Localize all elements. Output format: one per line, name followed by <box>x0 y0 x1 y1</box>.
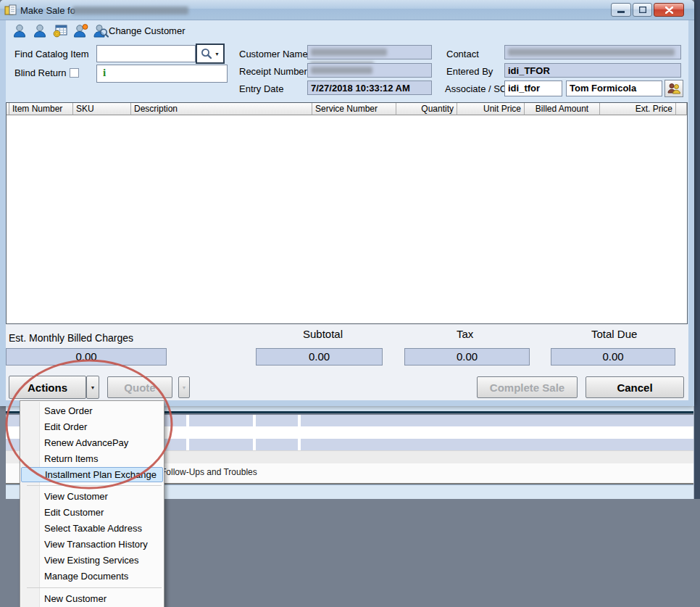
total-due-label: Total Due <box>591 328 637 340</box>
col-item-number[interactable]: Item Number <box>9 103 73 115</box>
col-description[interactable]: Description <box>131 103 312 115</box>
actions-dropdown-button[interactable]: ▼ <box>86 376 99 399</box>
entry-date-label: Entry Date <box>239 83 283 94</box>
col-sku[interactable]: SKU <box>73 103 131 115</box>
quote-dropdown-button[interactable]: ▼ <box>178 376 190 398</box>
background-window-edge <box>694 0 700 499</box>
menu-item-view-transaction-history[interactable]: View Transaction History <box>21 537 163 553</box>
blind-return-input[interactable]: i <box>96 65 228 83</box>
background-column-gap <box>186 415 189 450</box>
receipt-number-label: Receipt Number <box>239 66 307 77</box>
customer-icon[interactable] <box>12 22 28 38</box>
menu-item-edit-customer[interactable]: Edit Customer <box>21 505 163 521</box>
table-header-row: Item Number SKU Description Service Numb… <box>7 103 687 115</box>
billing-grid-icon[interactable] <box>52 22 68 38</box>
est-monthly-label: Est. Monthly Billed Charges <box>9 332 133 344</box>
catalog-search-button[interactable]: ▼ <box>196 44 225 64</box>
menu-item-renew-advancepay[interactable]: Renew AdvancePay <box>21 435 163 451</box>
tax-field: 0.00 <box>404 348 530 366</box>
est-monthly-field: 0.00 <box>6 348 167 366</box>
tax-label: Tax <box>457 328 473 340</box>
redacted-contact-value <box>508 49 675 56</box>
close-button[interactable] <box>654 3 684 17</box>
associate-name-input[interactable]: Tom Formicola <box>566 80 662 96</box>
actions-menu: Save Order Edit Order Renew AdvancePay R… <box>20 400 164 607</box>
menu-item-installment-plan-exchange[interactable]: Installment Plan Exchange <box>21 467 163 482</box>
entered-by-field: idi_TFOR <box>504 63 681 78</box>
col-quantity[interactable]: Quantity <box>396 103 457 115</box>
contact-label: Contact <box>446 49 479 59</box>
minimize-icon <box>617 7 625 13</box>
cancel-button[interactable]: Cancel <box>586 376 684 398</box>
associate-lookup-button[interactable] <box>664 80 683 97</box>
chevron-down-icon: ▼ <box>182 385 187 390</box>
customer-name-label: Customer Name <box>239 49 308 59</box>
menu-item-manage-documents[interactable]: Manage Documents <box>21 569 163 585</box>
contact-field <box>504 45 681 59</box>
screen: Follow-Ups and Troubles Make Sale fo <box>0 0 700 607</box>
minimize-button[interactable] <box>611 3 631 17</box>
change-customer-label[interactable]: Change Customer <box>109 25 186 36</box>
menu-item-return-items[interactable]: Return Items <box>21 451 163 467</box>
menu-item-select-taxable-address[interactable]: Select Taxable Address <box>21 521 163 537</box>
customer-icon[interactable] <box>32 22 48 38</box>
customer-search-icon[interactable] <box>93 22 109 38</box>
search-dropdown-caret-icon[interactable]: ▼ <box>214 51 220 57</box>
info-icon: i <box>97 65 106 79</box>
menu-separator <box>27 485 162 486</box>
menu-item-view-existing-services[interactable]: View Existing Services <box>21 553 163 569</box>
find-catalog-item-input[interactable] <box>96 45 196 62</box>
col-service-number[interactable]: Service Number <box>312 103 396 115</box>
redacted-receipt-number-value <box>311 67 372 74</box>
menu-separator <box>27 587 162 588</box>
blind-return-checkbox[interactable] <box>70 68 79 78</box>
col-ext-price[interactable]: Ext. Price <box>600 103 676 115</box>
subtotal-label: Subtotal <box>303 328 343 340</box>
toolbar: Change Customer <box>6 20 688 41</box>
maximize-button[interactable] <box>633 3 652 17</box>
titlebar[interactable]: Make Sale fo <box>0 0 694 20</box>
complete-sale-button[interactable]: Complete Sale <box>477 376 578 398</box>
col-filler <box>676 103 687 115</box>
associate-sc-label: Associate / SC <box>445 83 507 94</box>
col-billed-amount[interactable]: Billed Amount <box>525 103 600 115</box>
followups-and-troubles-label: Follow-Ups and Troubles <box>161 467 257 477</box>
close-icon <box>665 7 673 14</box>
receipt-number-field <box>307 63 432 78</box>
menu-item-save-order[interactable]: Save Order <box>21 403 163 419</box>
menu-item-new-customer[interactable]: New Customer <box>21 591 163 607</box>
redacted-customer-name <box>72 7 188 15</box>
actions-button[interactable]: Actions <box>9 376 86 399</box>
blind-return-label: Blind Return <box>14 67 67 78</box>
window-title: Make Sale fo <box>20 5 75 16</box>
background-column-gap <box>253 415 256 450</box>
col-unit-price[interactable]: Unit Price <box>457 103 525 115</box>
associate-id-input[interactable]: idi_tfor <box>504 80 562 96</box>
make-sale-dialog: Make Sale fo <box>0 0 694 406</box>
redacted-customer-name-value <box>311 49 387 56</box>
menu-item-view-customer[interactable]: View Customer <box>21 489 163 505</box>
customer-name-field <box>307 45 432 59</box>
new-customer-badge-icon[interactable] <box>72 22 88 38</box>
subtotal-field: 0.00 <box>256 348 383 366</box>
menu-item-edit-order[interactable]: Edit Order <box>21 419 163 435</box>
entry-date-field: 7/27/2018 10:33:12 AM <box>307 80 432 95</box>
find-catalog-item-label: Find Catalog Item <box>14 49 89 59</box>
sale-items-table: Item Number SKU Description Service Numb… <box>6 102 688 324</box>
background-column-gap <box>298 415 301 450</box>
maximize-icon <box>639 7 646 13</box>
make-sale-window-icon <box>4 4 17 17</box>
chevron-down-icon: ▼ <box>91 385 96 390</box>
quote-button[interactable]: Quote <box>107 376 172 398</box>
people-search-icon <box>667 83 681 94</box>
search-icon <box>200 47 213 60</box>
total-due-field: 0.00 <box>551 348 675 366</box>
totals-section: Est. Monthly Billed Charges 0.00 Subtota… <box>6 324 688 400</box>
entered-by-label: Entered By <box>446 66 493 77</box>
